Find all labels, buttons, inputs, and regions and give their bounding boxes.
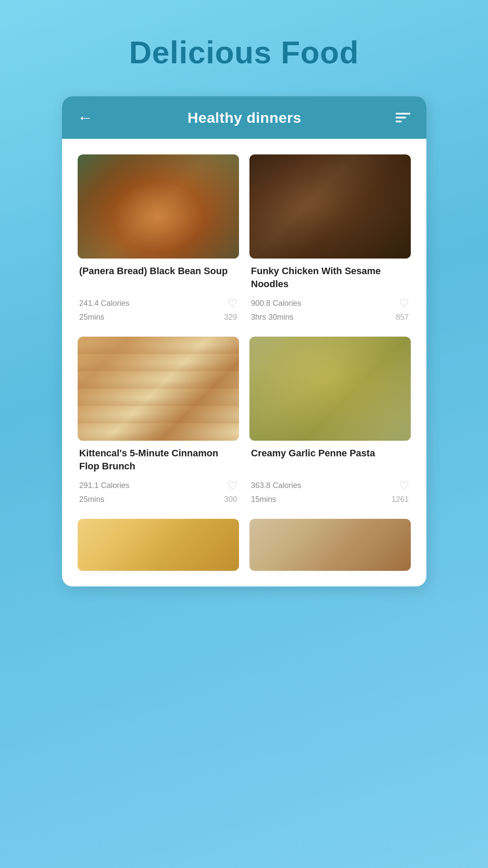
back-button[interactable]: ← [78,108,93,127]
main-card: ← Healthy dinners (Panera Bread) Black B… [62,96,426,586]
recipe-time-row-4: 15mins 1261 [251,495,409,504]
recipe-time-row-3: 25mins 300 [79,495,237,504]
recipe-calories-4: 363.8 Calories [251,481,301,490]
recipe-meta-2: 900.8 Calories ♡ [251,297,409,310]
recipe-likes-2: 857 [396,313,409,322]
page-title: Delicious Food [129,35,359,70]
recipe-image-2 [249,154,411,259]
filter-icon-line1 [396,113,410,115]
filter-icon-line3 [396,121,402,122]
recipe-calories-3: 291.1 Calories [79,481,130,490]
recipe-time-2: 3hrs 30mins [251,313,294,322]
heart-icon-2[interactable]: ♡ [399,297,409,310]
recipe-image-1 [78,154,239,259]
filter-icon-line2 [396,117,406,118]
partial-image-1[interactable] [78,519,239,571]
recipe-calories-1: 241.4 Calories [79,299,130,308]
recipe-time-4: 15mins [251,495,276,504]
recipe-card-2[interactable]: Funky Chicken With Sesame Noodles 900.8 … [249,154,411,326]
recipe-meta-3: 291.1 Calories ♡ [79,479,237,492]
recipe-time-3: 25mins [79,495,105,504]
recipe-name-4: Creamy Garlic Penne Pasta [251,447,409,473]
recipe-card-3[interactable]: Kittencal's 5-Minute Cinnamon Flop Brunc… [78,337,239,508]
recipe-card-4[interactable]: Creamy Garlic Penne Pasta 363.8 Calories… [249,337,411,508]
recipe-time-1: 25mins [79,313,105,322]
filter-button[interactable] [396,113,410,122]
recipe-meta-4: 363.8 Calories ♡ [251,479,409,492]
recipe-calories-2: 900.8 Calories [251,299,301,308]
header-bar: ← Healthy dinners [62,96,426,139]
recipe-info-4: Creamy Garlic Penne Pasta 363.8 Calories… [249,441,411,508]
recipe-image-4 [249,337,411,441]
recipe-likes-1: 329 [224,313,237,322]
heart-icon-4[interactable]: ♡ [399,479,409,492]
recipe-name-2: Funky Chicken With Sesame Noodles [251,265,409,291]
recipe-meta-1: 241.4 Calories ♡ [79,297,237,310]
recipe-time-row-1: 25mins 329 [79,313,237,322]
bottom-partial-row [62,514,426,586]
recipe-name-3: Kittencal's 5-Minute Cinnamon Flop Brunc… [79,447,237,473]
recipe-time-row-2: 3hrs 30mins 857 [251,313,409,322]
header-title: Healthy dinners [187,109,301,126]
recipe-info-2: Funky Chicken With Sesame Noodles 900.8 … [249,259,411,326]
partial-image-2[interactable] [249,519,411,571]
recipe-image-3 [78,337,239,441]
recipe-info-1: (Panera Bread) Black Bean Soup 241.4 Cal… [78,259,239,326]
recipe-info-3: Kittencal's 5-Minute Cinnamon Flop Brunc… [78,441,239,508]
heart-icon-1[interactable]: ♡ [227,297,237,310]
recipe-likes-4: 1261 [391,495,409,504]
heart-icon-3[interactable]: ♡ [227,479,237,492]
recipe-card-1[interactable]: (Panera Bread) Black Bean Soup 241.4 Cal… [78,154,239,326]
recipe-name-1: (Panera Bread) Black Bean Soup [79,265,237,291]
recipe-likes-3: 300 [224,495,237,504]
recipe-grid: (Panera Bread) Black Bean Soup 241.4 Cal… [62,139,426,514]
